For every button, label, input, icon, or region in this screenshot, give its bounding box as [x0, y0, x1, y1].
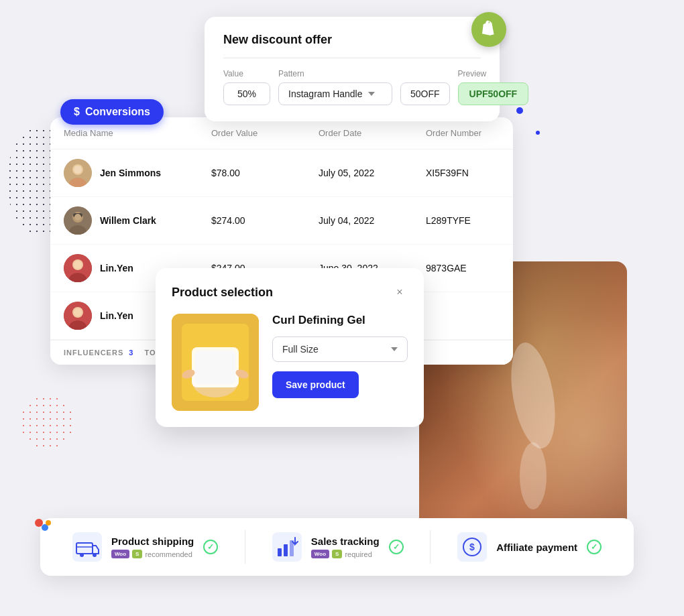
chevron-down-icon — [391, 347, 398, 351]
pattern-select[interactable]: Instagram Handle — [278, 82, 392, 105]
shopify-icon — [479, 19, 499, 40]
preview-label: Preview — [458, 69, 529, 78]
modal-header: Product selection × — [172, 284, 408, 300]
col-header-value: Order Value — [211, 128, 319, 138]
tracking-svg-icon — [272, 532, 302, 562]
col-header-date: Order Date — [319, 128, 426, 138]
col-header-number: Order Number — [426, 128, 513, 138]
svg-point-29 — [93, 553, 97, 557]
row3-name: Lin.Yen — [100, 263, 133, 273]
divider-2 — [430, 530, 431, 564]
modal-body: Curl Defining Gel Full Size Save product — [172, 314, 408, 411]
product-details: Curl Defining Gel Full Size Save product — [272, 314, 408, 411]
save-product-button[interactable]: Save product — [272, 371, 359, 398]
avatar — [64, 159, 92, 187]
svg-text:$: $ — [469, 542, 475, 552]
row1-value: $78.00 — [211, 168, 319, 178]
woo-badge-2: Woo — [311, 550, 329, 558]
row1-name: Jen Simmons — [100, 168, 161, 178]
svg-point-3 — [74, 166, 82, 174]
woo-badge: Woo — [111, 550, 129, 558]
col-header-media: Media Name — [64, 128, 211, 138]
influencers-tag: INFLUENCERS 3 — [64, 349, 133, 357]
discount-card-divider — [223, 58, 481, 58]
check-icon-2: ✓ — [393, 542, 400, 552]
dollar-icon: $ — [74, 106, 80, 118]
feature-shipping: Product shipping Woo S recommended ✓ — [72, 532, 218, 562]
check-icon-3: ✓ — [591, 542, 597, 552]
pattern-field-group: Pattern Instagram Handle — [278, 69, 392, 105]
product-selection-modal: Product selection × Curl Defining Gel Fu… — [156, 268, 424, 427]
shipping-title: Product shipping — [111, 536, 194, 547]
shopify-badge-small-2: S — [332, 550, 342, 558]
conversions-label: Conversions — [85, 106, 150, 118]
svg-rect-33 — [284, 544, 288, 556]
variant-select[interactable]: Full Size — [272, 336, 408, 362]
table-row: Willem Clark $274.00 July 04, 2022 L289T… — [50, 197, 513, 245]
shipping-svg-icon — [72, 532, 102, 562]
product-image — [172, 314, 259, 411]
pattern-label: Pattern — [278, 69, 392, 78]
feature-payment: $ Affiliate payment ✓ — [457, 532, 602, 562]
modal-title: Product selection — [172, 286, 273, 300]
tracking-check: ✓ — [389, 540, 404, 554]
value-field-group: Value 50% — [223, 69, 270, 105]
row2-number: L289TYFE — [426, 215, 513, 226]
avatar-willem-img — [64, 206, 92, 235]
check-icon: ✓ — [207, 542, 214, 552]
chevron-down-icon — [368, 92, 375, 96]
tracking-text: Sales tracking Woo S required — [311, 536, 380, 558]
svg-point-16 — [74, 308, 82, 316]
tracking-icon — [272, 532, 302, 562]
row1-date: July 05, 2022 — [319, 168, 426, 178]
row2-name: Willem Clark — [100, 215, 156, 226]
pattern-value: Instagram Handle — [288, 88, 363, 99]
shipping-sub-text: recommended — [145, 550, 192, 558]
preview-result: UPF50OFF — [458, 82, 529, 105]
payment-svg-icon: $ — [457, 532, 487, 562]
svg-rect-23 — [195, 351, 235, 384]
value-input[interactable]: 50% — [223, 82, 270, 105]
value-label: Value — [223, 69, 270, 78]
avatar — [64, 302, 92, 330]
payment-text: Affiliate payment — [496, 542, 577, 553]
tracking-sub-text: required — [345, 550, 372, 558]
svg-point-28 — [80, 553, 84, 557]
shopify-badge-small: S — [132, 550, 142, 558]
shipping-check: ✓ — [203, 540, 218, 554]
svg-point-12 — [74, 261, 82, 269]
table-row: Jen Simmons $78.00 July 05, 2022 XI5F39F… — [50, 149, 513, 197]
modal-close-button[interactable]: × — [392, 284, 408, 300]
features-bar: Product shipping Woo S recommended ✓ S — [40, 518, 634, 576]
row1-number: XI5F39FN — [426, 168, 513, 178]
avatar — [64, 254, 92, 282]
shopify-badge — [471, 12, 506, 47]
total-tag: TO — [144, 349, 156, 357]
payment-icon: $ — [457, 532, 487, 562]
shipping-text: Product shipping Woo S recommended — [111, 536, 194, 558]
discount-card-title: New discount offer — [223, 33, 481, 47]
media-cell: Jen Simmons — [64, 159, 211, 187]
payment-check: ✓ — [587, 540, 602, 554]
tracking-sub: Woo S required — [311, 550, 380, 558]
shipping-sub: Woo S recommended — [111, 550, 194, 558]
code-field-group: 50OFF — [400, 78, 450, 105]
avatar-lin2-img — [64, 302, 92, 330]
variant-label: Full Size — [282, 344, 319, 355]
product-name: Curl Defining Gel — [272, 314, 408, 327]
preview-field-group: Preview UPF50OFF — [458, 69, 529, 105]
shipping-icon — [72, 532, 102, 562]
divider-1 — [245, 530, 245, 564]
avatar-jen-img — [64, 159, 92, 187]
payment-title: Affiliate payment — [496, 542, 577, 553]
discount-fields: Value 50% Pattern Instagram Handle 50OFF… — [223, 69, 481, 105]
tracking-title: Sales tracking — [311, 536, 380, 547]
svg-point-18 — [520, 442, 547, 509]
conversions-badge: $ Conversions — [60, 99, 164, 125]
row4-name: Lin.Yen — [100, 310, 133, 321]
avatar — [64, 206, 92, 235]
code-value: 50OFF — [400, 82, 450, 105]
row2-date: July 04, 2022 — [319, 215, 426, 226]
influencers-count: 3 — [129, 349, 133, 357]
svg-rect-32 — [278, 548, 282, 556]
